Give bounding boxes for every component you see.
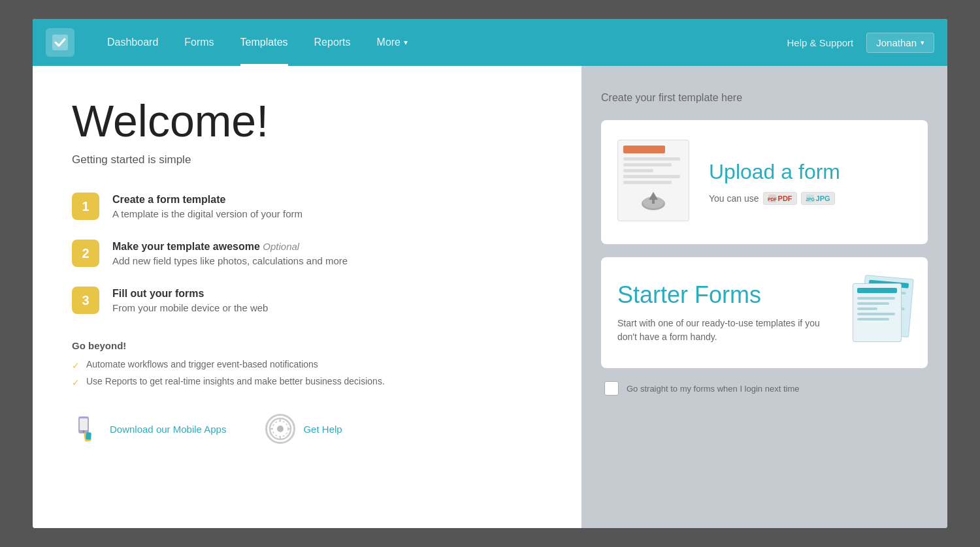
svg-point-3 [83, 431, 85, 433]
left-panel: Welcome! Getting started is simple 1 Cre… [33, 66, 581, 528]
step-1-title: Create a form template [112, 194, 302, 206]
step-3-number: 3 [72, 287, 99, 314]
go-beyond-item-1: ✓ Automate workflows and trigger event-b… [72, 359, 542, 371]
go-beyond-item-2: ✓ Use Reports to get real-time insights … [72, 376, 542, 388]
svg-rect-5 [86, 432, 91, 440]
steps-list: 1 Create a form template A template is t… [72, 193, 542, 314]
nav-templates[interactable]: Templates [227, 19, 301, 66]
checkbox-row: Go straight to my forms when I login nex… [601, 381, 928, 396]
user-chevron-icon: ▾ [921, 39, 924, 47]
mobile-app-icon [72, 414, 102, 444]
go-beyond-list: ✓ Automate workflows and trigger event-b… [72, 359, 542, 388]
navbar-right: Help & Support Jonathan ▾ [787, 33, 934, 53]
right-panel-title: Create your first template here [601, 92, 928, 104]
step-1-desc: A template is the digital version of you… [112, 208, 302, 219]
nav-dashboard[interactable]: Dashboard [94, 19, 171, 66]
step-2-desc: Add new field types like photos, calcula… [112, 255, 348, 266]
help-circle-icon [265, 414, 295, 444]
check-icon-2: ✓ [72, 377, 80, 388]
step-3-title: Fill out your forms [112, 288, 268, 300]
step-2-title: Make your template awesome Optional [112, 241, 348, 253]
starter-forms-title: Starter Forms [617, 281, 840, 309]
upload-form-card[interactable]: Upload a form You can use PDF PDF JPG JP… [601, 120, 928, 244]
upload-form-desc: You can use PDF PDF JPG JPG [709, 192, 911, 205]
upload-cloud-icon [639, 188, 668, 214]
get-help-label: Get Help [303, 424, 342, 435]
logo[interactable] [46, 28, 74, 57]
bottom-links: Download our Mobile Apps [72, 414, 542, 444]
pdf-badge: PDF PDF [763, 192, 797, 205]
svg-rect-2 [80, 418, 88, 430]
user-menu-button[interactable]: Jonathan ▾ [866, 33, 934, 53]
svg-text:PDF: PDF [768, 197, 777, 202]
getting-started-subtitle: Getting started is simple [72, 153, 542, 166]
download-mobile-label: Download our Mobile Apps [110, 424, 226, 435]
welcome-title: Welcome! [72, 99, 542, 143]
user-name-label: Jonathan [876, 37, 917, 48]
nav-forms[interactable]: Forms [171, 19, 227, 66]
svg-text:JPG: JPG [806, 197, 815, 202]
login-redirect-checkbox[interactable] [604, 381, 619, 396]
step-2-number: 2 [72, 240, 99, 267]
step-1-number: 1 [72, 193, 99, 220]
upload-form-title: Upload a form [709, 160, 911, 184]
main-content: Welcome! Getting started is simple 1 Cre… [33, 66, 947, 528]
checkbox-label: Go straight to my forms when I login nex… [627, 384, 799, 394]
nav-reports[interactable]: Reports [301, 19, 364, 66]
svg-point-8 [277, 426, 284, 432]
jpg-badge: JPG JPG [801, 192, 835, 205]
more-chevron-icon: ▾ [404, 38, 408, 47]
step-3-desc: From your mobile device or the web [112, 302, 268, 313]
starter-forms-desc: Start with one of our ready-to-use templ… [617, 317, 840, 344]
right-panel: Create your first template here [581, 66, 947, 528]
step-3: 3 Fill out your forms From your mobile d… [72, 287, 542, 314]
navbar: Dashboard Forms Templates Reports More ▾… [33, 19, 947, 66]
go-beyond-section: Go beyond! ✓ Automate workflows and trig… [72, 340, 542, 388]
check-icon-1: ✓ [72, 360, 80, 371]
download-mobile-link[interactable]: Download our Mobile Apps [72, 414, 226, 444]
navbar-links: Dashboard Forms Templates Reports More ▾ [94, 19, 787, 66]
go-beyond-title: Go beyond! [72, 340, 542, 351]
help-support-link[interactable]: Help & Support [787, 37, 854, 48]
step-2: 2 Make your template awesome Optional Ad… [72, 240, 542, 267]
get-help-link[interactable]: Get Help [265, 414, 342, 444]
upload-form-image [617, 140, 696, 225]
starter-forms-card[interactable]: Starter Forms Start with one of our read… [601, 257, 928, 368]
starter-forms-image [853, 277, 911, 349]
step-1: 1 Create a form template A template is t… [72, 193, 542, 220]
nav-more[interactable]: More ▾ [364, 19, 421, 66]
svg-rect-16 [652, 198, 655, 204]
